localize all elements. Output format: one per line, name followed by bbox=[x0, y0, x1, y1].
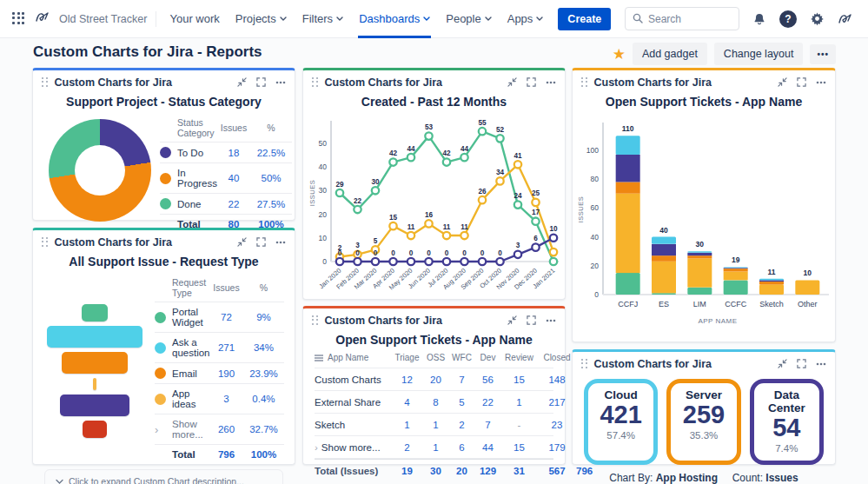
row-label: Email bbox=[172, 368, 209, 379]
minimize-icon[interactable] bbox=[237, 237, 247, 247]
gadget-menu-icon[interactable] bbox=[546, 319, 556, 322]
gadget-header: Custom Charts for Jira bbox=[303, 70, 565, 94]
svg-text:0: 0 bbox=[462, 249, 467, 257]
svg-text:0: 0 bbox=[322, 257, 327, 266]
expand-icon[interactable] bbox=[527, 77, 536, 87]
site-logo-icon[interactable] bbox=[35, 10, 52, 28]
count-value[interactable]: 6 bbox=[448, 442, 475, 453]
count-value[interactable]: 1 bbox=[391, 420, 423, 430]
drag-handle-icon[interactable] bbox=[312, 77, 319, 88]
gadget-menu-icon[interactable] bbox=[275, 241, 286, 244]
percent-value[interactable]: 22.5% bbox=[250, 148, 292, 158]
count-value[interactable]: 2 bbox=[448, 420, 475, 430]
count-value[interactable]: 2 bbox=[391, 442, 423, 453]
col-header[interactable]: App Name bbox=[315, 353, 391, 362]
help-icon[interactable]: ? bbox=[779, 10, 797, 28]
chevron-right-icon[interactable]: › bbox=[155, 424, 172, 435]
issues-value[interactable]: 72 bbox=[209, 312, 242, 322]
percent-value[interactable]: 0.4% bbox=[242, 394, 284, 404]
nav-item-your-work[interactable]: Your work bbox=[162, 0, 227, 38]
expand-icon[interactable] bbox=[797, 359, 806, 368]
count-value[interactable]: 15 bbox=[500, 375, 538, 385]
count-value[interactable]: 217 bbox=[538, 397, 576, 408]
page-title: Custom Charts for Jira - Reports bbox=[33, 43, 262, 61]
count-value[interactable]: 179 bbox=[538, 442, 576, 453]
gadget-menu-icon[interactable] bbox=[816, 362, 826, 366]
count-value[interactable]: 8 bbox=[423, 397, 448, 408]
search-input[interactable] bbox=[648, 13, 726, 25]
expand-icon[interactable] bbox=[256, 77, 266, 87]
nav-item-projects[interactable]: Projects bbox=[228, 0, 295, 38]
expand-icon[interactable] bbox=[527, 315, 536, 325]
add-gadget-button[interactable]: Add gadget bbox=[633, 43, 707, 65]
tile-label: Cloud bbox=[590, 388, 652, 401]
user-avatar[interactable] bbox=[837, 10, 856, 29]
gadget-menu-icon[interactable] bbox=[816, 81, 826, 84]
issues-value[interactable]: 3 bbox=[209, 394, 242, 404]
drag-handle-icon[interactable] bbox=[581, 77, 588, 88]
nav-item-filters[interactable]: Filters bbox=[295, 0, 351, 38]
percent-value[interactable]: 32.7% bbox=[242, 424, 284, 434]
drag-handle-icon[interactable] bbox=[42, 237, 49, 248]
gadget-menu-icon[interactable] bbox=[275, 81, 286, 84]
nav-item-apps[interactable]: Apps bbox=[500, 0, 552, 38]
count-value[interactable]: 12 bbox=[391, 375, 423, 385]
count-value[interactable]: 1 bbox=[500, 397, 538, 408]
settings-gear-icon[interactable] bbox=[807, 10, 826, 29]
create-button[interactable]: Create bbox=[558, 8, 611, 30]
percent-value[interactable]: 50% bbox=[250, 173, 292, 183]
count-value[interactable]: 44 bbox=[475, 442, 500, 453]
app-switcher-icon[interactable] bbox=[12, 12, 26, 26]
count-value[interactable]: 7 bbox=[475, 420, 500, 430]
count-value[interactable]: 20 bbox=[423, 375, 448, 385]
nav-item-people[interactable]: People bbox=[438, 0, 499, 38]
change-layout-button[interactable]: Change layout bbox=[714, 43, 804, 65]
count-value[interactable]: 56 bbox=[475, 375, 500, 385]
drag-handle-icon[interactable] bbox=[581, 359, 588, 369]
gadget-menu-icon[interactable] bbox=[546, 81, 556, 84]
issues-value[interactable]: 22 bbox=[217, 199, 250, 209]
drag-handle-icon[interactable] bbox=[42, 77, 49, 88]
count-value[interactable]: 1 bbox=[423, 442, 448, 453]
series-color-dot bbox=[160, 198, 171, 209]
search-box[interactable] bbox=[625, 7, 739, 30]
row-label[interactable]: ›Show more... bbox=[315, 442, 391, 453]
minimize-icon[interactable] bbox=[507, 77, 517, 87]
count-value[interactable]: 5 bbox=[448, 397, 475, 408]
count-value[interactable]: 1 bbox=[423, 420, 448, 430]
minimize-icon[interactable] bbox=[237, 77, 247, 87]
issues-value[interactable]: 40 bbox=[217, 173, 250, 183]
row-label: To Do bbox=[177, 148, 217, 158]
count-value[interactable]: 15 bbox=[500, 442, 538, 453]
count-value[interactable]: 7 bbox=[448, 375, 475, 385]
percent-value[interactable]: 9% bbox=[242, 312, 284, 322]
gadget-title: Custom Charts for Jira bbox=[325, 76, 442, 89]
percent-value[interactable]: 27.5% bbox=[250, 199, 292, 209]
gadget-header: Custom Charts for Jira bbox=[33, 230, 295, 254]
drag-handle-icon[interactable] bbox=[312, 315, 319, 326]
count-value[interactable]: 23 bbox=[538, 420, 576, 430]
row-label: Ask a question bbox=[172, 337, 209, 358]
issues-value[interactable]: 190 bbox=[209, 368, 242, 379]
count-value[interactable]: 4 bbox=[391, 397, 423, 408]
issues-value[interactable]: 260 bbox=[209, 424, 242, 434]
dashboard-more-button[interactable]: ••• bbox=[810, 44, 836, 64]
expand-icon[interactable] bbox=[256, 237, 266, 247]
count-value[interactable]: 22 bbox=[475, 397, 500, 408]
minimize-icon[interactable] bbox=[778, 77, 787, 87]
issues-value[interactable]: 271 bbox=[209, 342, 242, 353]
svg-text:APP NAME: APP NAME bbox=[698, 317, 737, 325]
svg-text:41: 41 bbox=[514, 152, 522, 160]
percent-value[interactable]: 34% bbox=[242, 342, 284, 353]
expand-icon[interactable] bbox=[797, 77, 806, 87]
notifications-bell-icon[interactable] bbox=[750, 10, 769, 29]
issues-value[interactable]: 18 bbox=[217, 148, 250, 158]
minimize-icon[interactable] bbox=[778, 359, 787, 368]
table-header: Status CategoryIssues% bbox=[160, 116, 292, 143]
count-value[interactable]: 148 bbox=[538, 375, 576, 385]
description-toggle[interactable]: Click to expand Custom Chart description… bbox=[56, 476, 272, 484]
minimize-icon[interactable] bbox=[507, 315, 517, 325]
favorite-star-icon[interactable]: ★ bbox=[613, 47, 626, 62]
nav-item-dashboards[interactable]: Dashboards bbox=[351, 0, 438, 38]
percent-value[interactable]: 23.9% bbox=[242, 368, 284, 379]
